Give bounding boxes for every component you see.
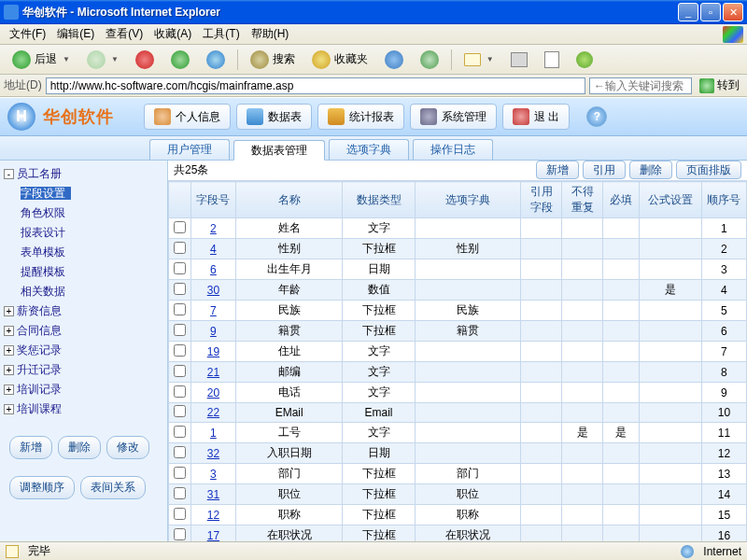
menu-file[interactable]: 文件(F) — [4, 24, 51, 44]
field-id-link[interactable]: 6 — [190, 259, 235, 280]
media-button[interactable] — [378, 48, 410, 72]
col-引用字段[interactable]: 引用字段 — [520, 182, 561, 218]
print-button[interactable] — [504, 49, 534, 70]
address-input[interactable] — [46, 77, 585, 94]
field-id-link[interactable]: 20 — [190, 383, 235, 403]
field-id-link[interactable]: 22 — [190, 403, 235, 423]
row-checkbox[interactable] — [174, 508, 186, 520]
menu-favorites[interactable]: 收藏(A) — [148, 24, 197, 44]
tree-node-培训课程[interactable]: +培训课程 — [0, 399, 167, 419]
tab-操作日志[interactable]: 操作日志 — [413, 139, 493, 160]
side-新增-button[interactable]: 新增 — [9, 436, 52, 459]
row-checkbox[interactable] — [174, 467, 186, 479]
action-页面排版-button[interactable]: 页面排版 — [676, 161, 741, 179]
tree-node-薪资信息[interactable]: +薪资信息 — [0, 301, 167, 321]
field-id-link[interactable]: 3 — [190, 464, 235, 484]
nav-person-button[interactable]: 个人信息 — [144, 104, 231, 130]
side-表间关系-button[interactable]: 表间关系 — [80, 476, 146, 499]
field-id-link[interactable]: 2 — [190, 218, 235, 239]
tree-node-相关数据[interactable]: 相关数据 — [0, 282, 167, 301]
history-button[interactable] — [414, 48, 445, 72]
nav-exit-button[interactable]: 退 出 — [502, 104, 570, 130]
tree-node-合同信息[interactable]: +合同信息 — [0, 321, 167, 341]
row-checkbox[interactable] — [174, 426, 186, 438]
tree-node-字段设置[interactable]: 字段设置 — [0, 184, 167, 203]
row-checkbox[interactable] — [174, 324, 186, 336]
tree-node-报表设计[interactable]: 报表设计 — [0, 223, 167, 243]
row-checkbox[interactable] — [174, 446, 186, 458]
row-checkbox[interactable] — [174, 262, 186, 274]
table-scroll[interactable]: 字段号名称数据类型选项字典引用字段不得重复必填公式设置顺序号 2姓名文字14性别… — [168, 181, 747, 541]
window-minimize-button[interactable]: _ — [678, 3, 698, 21]
window-close-button[interactable]: ✕ — [723, 3, 743, 21]
help-button[interactable]: ? — [586, 106, 607, 127]
row-checkbox[interactable] — [174, 242, 186, 254]
tree-node-角色权限[interactable]: 角色权限 — [0, 203, 167, 223]
search-button[interactable]: 搜索 — [244, 48, 302, 72]
back-button[interactable]: 后退▼ — [6, 48, 77, 72]
field-id-link[interactable]: 12 — [190, 505, 235, 525]
menu-view[interactable]: 查看(V) — [100, 24, 148, 44]
field-id-link[interactable]: 7 — [190, 301, 235, 321]
forward-button[interactable]: ▼ — [80, 48, 125, 72]
mail-button[interactable]: ▼ — [458, 50, 500, 69]
row-checkbox[interactable] — [174, 487, 186, 499]
tree-node-升迁记录[interactable]: +升迁记录 — [0, 360, 167, 380]
col-公式设置[interactable]: 公式设置 — [640, 182, 702, 218]
tab-选项字典[interactable]: 选项字典 — [329, 139, 409, 160]
tab-数据表管理[interactable]: 数据表管理 — [233, 140, 325, 161]
field-id-link[interactable]: 17 — [190, 525, 235, 542]
nav-chart-button[interactable]: 统计报表 — [317, 104, 404, 130]
menu-help[interactable]: 帮助(H) — [246, 24, 295, 44]
row-checkbox[interactable] — [174, 385, 186, 398]
row-checkbox[interactable] — [174, 303, 186, 315]
keyword-search-input[interactable] — [589, 77, 692, 94]
tree-node-员工名册[interactable]: -员工名册 — [0, 164, 167, 184]
field-id-link[interactable]: 1 — [190, 423, 235, 443]
menu-edit[interactable]: 编辑(E) — [51, 24, 100, 44]
col-选项字典[interactable]: 选项字典 — [415, 182, 520, 218]
home-button[interactable] — [200, 48, 232, 72]
side-修改-button[interactable]: 修改 — [106, 436, 149, 459]
field-id-link[interactable]: 30 — [190, 280, 235, 301]
col-checkbox[interactable] — [169, 182, 191, 218]
field-id-link[interactable]: 32 — [190, 443, 235, 464]
col-必填[interactable]: 必填 — [603, 182, 640, 218]
action-新增-button[interactable]: 新增 — [536, 161, 579, 179]
row-checkbox[interactable] — [174, 528, 186, 540]
field-id-link[interactable]: 31 — [190, 484, 235, 505]
col-名称[interactable]: 名称 — [235, 182, 342, 218]
tree-node-奖惩记录[interactable]: +奖惩记录 — [0, 341, 167, 360]
tree-node-表单模板[interactable]: 表单模板 — [0, 243, 167, 262]
tab-用户管理[interactable]: 用户管理 — [149, 139, 230, 160]
action-删除-button[interactable]: 删除 — [629, 161, 672, 179]
row-checkbox[interactable] — [174, 221, 186, 233]
favorites-button[interactable]: 收藏夹 — [305, 48, 374, 72]
row-checkbox[interactable] — [174, 283, 186, 295]
messenger-button[interactable] — [570, 49, 599, 71]
go-button[interactable]: 转到 — [696, 77, 743, 93]
tree-node-提醒模板[interactable]: 提醒模板 — [0, 262, 167, 282]
menu-tools[interactable]: 工具(T) — [197, 24, 245, 44]
refresh-button[interactable] — [164, 48, 196, 72]
row-checkbox[interactable] — [174, 344, 186, 357]
tree-node-培训记录[interactable]: +培训记录 — [0, 380, 167, 399]
side-调整顺序-button[interactable]: 调整顺序 — [9, 476, 75, 499]
nav-table-button[interactable]: 数据表 — [236, 104, 312, 130]
row-checkbox[interactable] — [174, 365, 186, 377]
field-id-link[interactable]: 19 — [190, 342, 235, 362]
window-maximize-button[interactable]: ▫ — [700, 3, 721, 21]
edit-button[interactable] — [538, 49, 566, 71]
field-id-link[interactable]: 21 — [190, 362, 235, 383]
nav-gear-button[interactable]: 系统管理 — [410, 104, 497, 130]
action-引用-button[interactable]: 引用 — [583, 161, 626, 179]
row-checkbox[interactable] — [174, 405, 186, 417]
field-id-link[interactable]: 9 — [190, 321, 235, 342]
col-不得重复[interactable]: 不得重复 — [562, 182, 603, 218]
field-id-link[interactable]: 4 — [190, 239, 235, 259]
col-数据类型[interactable]: 数据类型 — [343, 182, 415, 218]
side-删除-button[interactable]: 删除 — [58, 436, 101, 459]
col-字段号[interactable]: 字段号 — [190, 182, 235, 218]
stop-button[interactable] — [129, 48, 161, 72]
col-顺序号[interactable]: 顺序号 — [701, 182, 746, 218]
